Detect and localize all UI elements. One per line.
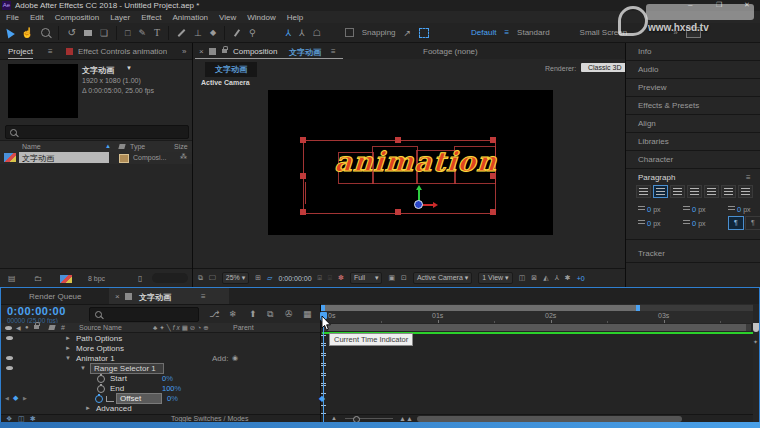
row-animator-1[interactable]: ▼ Animator 1 Add: ◉ bbox=[2, 353, 321, 363]
column-size[interactable]: Size bbox=[174, 143, 188, 150]
justify-last-right-button[interactable] bbox=[721, 185, 736, 198]
workspace-standard[interactable]: Standard bbox=[517, 28, 549, 37]
selection-handle[interactable] bbox=[395, 209, 401, 215]
selection-handle[interactable] bbox=[300, 137, 306, 143]
snap-features-icon[interactable]: ↗ bbox=[404, 28, 412, 38]
tab-timeline-comp[interactable]: 文字动画 bbox=[139, 292, 171, 303]
project-item-name[interactable]: 文字动画 bbox=[19, 152, 109, 163]
snapshot-icon[interactable]: ⌻ bbox=[318, 274, 322, 282]
sort-ascending-icon[interactable]: ▲ bbox=[105, 143, 111, 149]
align-right-button[interactable] bbox=[670, 185, 685, 198]
anchor-point[interactable] bbox=[414, 200, 423, 209]
pixel-aspect-icon[interactable]: ⊠ bbox=[531, 274, 537, 282]
animator-add-label[interactable]: Add: bbox=[212, 354, 228, 363]
pen-tool[interactable]: ✎ bbox=[138, 28, 146, 38]
tab-project[interactable]: Project bbox=[8, 47, 33, 59]
zoom-out-mountain-icon[interactable]: ▲ bbox=[331, 415, 337, 421]
selection-handle[interactable] bbox=[300, 209, 306, 215]
space-before-field[interactable]: 0 px bbox=[683, 205, 706, 214]
row-end[interactable]: End 100% bbox=[2, 383, 321, 393]
view-count-dropdown[interactable]: 1 View ▾ bbox=[478, 272, 512, 284]
tab-render-queue[interactable]: Render Queue bbox=[29, 292, 81, 301]
row-path-options[interactable]: ► Path Options bbox=[2, 333, 321, 343]
property-value[interactable]: 0% bbox=[167, 394, 178, 403]
row-offset[interactable]: ◀ ◆ ▶ Offset 0% bbox=[2, 393, 321, 403]
column-type[interactable]: Type bbox=[130, 143, 145, 150]
panel-libraries[interactable]: Libraries bbox=[626, 133, 760, 151]
text-direction-ltr-button[interactable]: ¶ bbox=[728, 216, 744, 230]
search-workspace-icon[interactable] bbox=[686, 27, 701, 38]
menu-window[interactable]: Window bbox=[247, 13, 275, 22]
camera-tool[interactable] bbox=[84, 30, 92, 36]
interpret-footage-icon[interactable]: ▤ bbox=[8, 274, 16, 283]
eraser-tool[interactable]: ◆ bbox=[210, 28, 216, 37]
reset-exposure-icon[interactable]: ✱ bbox=[565, 274, 571, 282]
always-preview-icon[interactable]: ⧉ bbox=[198, 274, 203, 282]
solo-column-icon[interactable]: ● bbox=[25, 324, 29, 330]
panel-info[interactable]: Info bbox=[626, 43, 760, 61]
eye-icon[interactable] bbox=[6, 356, 13, 360]
property-label[interactable]: Animator 1 bbox=[76, 354, 115, 363]
offset-keyframe-icon[interactable]: ◆ bbox=[319, 394, 325, 403]
trash-icon[interactable]: ▯ bbox=[138, 274, 142, 283]
property-value[interactable]: 0% bbox=[162, 374, 173, 383]
panel-audio[interactable]: Audio bbox=[626, 61, 760, 79]
row-start[interactable]: Start 0% bbox=[2, 373, 321, 383]
project-item-row[interactable]: 文字动画 Composi... ⁂ bbox=[0, 152, 192, 164]
twirl-icon[interactable]: ► bbox=[85, 405, 91, 411]
text-direction-rtl-button[interactable]: ¶ bbox=[745, 216, 760, 230]
indent-first-field[interactable]: 0 px bbox=[728, 205, 751, 214]
property-label[interactable]: More Options bbox=[76, 344, 124, 353]
keyframe-next-icon[interactable]: ▶ bbox=[23, 395, 27, 401]
audio-column-icon[interactable]: ◀ bbox=[16, 324, 21, 331]
twirl-icon[interactable]: ▼ bbox=[80, 365, 86, 371]
video-column-icon[interactable] bbox=[5, 326, 12, 330]
source-name-column[interactable]: Source Name bbox=[79, 324, 122, 331]
tab-footage[interactable]: Footage (none) bbox=[423, 47, 478, 56]
channels-icon[interactable]: ✽ bbox=[338, 274, 344, 282]
selection-handle[interactable] bbox=[395, 137, 401, 143]
menu-composition[interactable]: Composition bbox=[55, 13, 99, 22]
selection-handle[interactable] bbox=[300, 173, 306, 179]
graph-editor-icon[interactable]: ▦ bbox=[303, 309, 312, 319]
workspace-menu-icon[interactable]: ≡ bbox=[504, 28, 509, 37]
grid-options-icon[interactable]: ⊞ bbox=[255, 274, 261, 282]
fast-previews-icon[interactable]: ◭ bbox=[543, 274, 548, 282]
indent-right-field[interactable]: 0 px bbox=[638, 219, 661, 228]
align-center-button[interactable] bbox=[653, 185, 668, 198]
type-tool[interactable]: T bbox=[154, 27, 160, 38]
camera-settings-icon[interactable]: ◫ bbox=[519, 274, 526, 282]
stopwatch-icon[interactable] bbox=[97, 375, 105, 383]
selection-tool[interactable] bbox=[3, 27, 15, 39]
renderer-button[interactable]: Classic 3D bbox=[581, 63, 628, 72]
comp-marker-bin[interactable] bbox=[753, 323, 759, 332]
project-panel-menu-icon[interactable]: ≡ bbox=[48, 47, 53, 56]
project-search-input[interactable] bbox=[5, 125, 189, 139]
menu-edit[interactable]: Edit bbox=[30, 13, 44, 22]
puppet-pin-tool[interactable]: ⚲ bbox=[249, 28, 256, 38]
close-button[interactable]: ✕ bbox=[744, 1, 750, 9]
work-area-bar[interactable] bbox=[323, 324, 751, 331]
twirl-icon[interactable]: ▼ bbox=[65, 355, 71, 361]
panel-align[interactable]: Align bbox=[626, 115, 760, 133]
label-column-icon[interactable] bbox=[118, 144, 125, 149]
workspace-default[interactable]: Default bbox=[471, 28, 496, 37]
menu-file[interactable]: File bbox=[6, 13, 19, 22]
local-axis-mode[interactable]: ⅄ bbox=[286, 28, 292, 38]
row-range-selector-1[interactable]: ▼ Range Selector 1 bbox=[2, 363, 321, 373]
workspace-overflow[interactable]: » bbox=[673, 28, 677, 37]
indent-left-field[interactable]: 0 px bbox=[638, 205, 661, 214]
view-layout-camera-dropdown[interactable]: Active Camera ▾ bbox=[413, 272, 472, 284]
expression-graph-icon[interactable] bbox=[106, 396, 114, 402]
new-folder-icon[interactable]: 🗀 bbox=[34, 274, 42, 283]
justify-last-left-button[interactable] bbox=[687, 185, 702, 198]
keyframe-toggle-icon[interactable]: ◆ bbox=[13, 394, 18, 402]
selection-handle[interactable] bbox=[490, 209, 496, 215]
rotate-tool[interactable]: ↺ bbox=[67, 27, 75, 38]
property-label[interactable]: Path Options bbox=[76, 334, 122, 343]
menu-animation[interactable]: Animation bbox=[172, 13, 208, 22]
comp-name-dropdown-icon[interactable]: ▼ bbox=[126, 65, 132, 71]
world-axis-mode[interactable]: ⅄ bbox=[299, 28, 305, 38]
twirl-icon[interactable]: ► bbox=[65, 345, 71, 351]
layer-number-column[interactable]: # bbox=[61, 324, 65, 331]
